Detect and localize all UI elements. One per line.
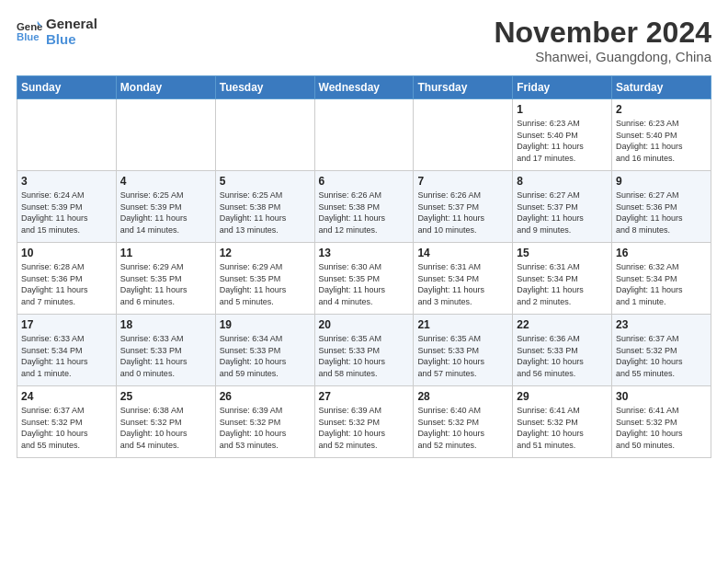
day-info: Sunrise: 6:28 AM Sunset: 5:36 PM Dayligh… xyxy=(21,261,112,307)
day-number: 10 xyxy=(21,247,112,259)
calendar-week-row: 17Sunrise: 6:33 AM Sunset: 5:34 PM Dayli… xyxy=(17,315,711,386)
day-number: 13 xyxy=(319,247,410,259)
day-number: 16 xyxy=(616,247,707,259)
day-info: Sunrise: 6:31 AM Sunset: 5:34 PM Dayligh… xyxy=(517,261,608,307)
calendar-week-row: 10Sunrise: 6:28 AM Sunset: 5:36 PM Dayli… xyxy=(17,243,711,315)
day-info: Sunrise: 6:36 AM Sunset: 5:33 PM Dayligh… xyxy=(517,333,608,379)
calendar-cell: 19Sunrise: 6:34 AM Sunset: 5:33 PM Dayli… xyxy=(215,315,314,386)
day-number: 30 xyxy=(616,390,707,403)
day-number: 29 xyxy=(517,390,608,403)
calendar-cell: 29Sunrise: 6:41 AM Sunset: 5:32 PM Dayli… xyxy=(513,386,612,458)
day-number: 1 xyxy=(517,103,608,116)
weekday-header: Monday xyxy=(116,76,215,99)
day-number: 22 xyxy=(517,318,608,331)
day-info: Sunrise: 6:26 AM Sunset: 5:37 PM Dayligh… xyxy=(417,190,508,236)
weekday-header: Tuesday xyxy=(215,76,314,99)
calendar-cell: 4Sunrise: 6:25 AM Sunset: 5:39 PM Daylig… xyxy=(116,171,215,243)
day-number: 12 xyxy=(220,247,311,259)
calendar-cell: 9Sunrise: 6:27 AM Sunset: 5:36 PM Daylig… xyxy=(612,171,711,243)
calendar-cell xyxy=(17,99,117,171)
day-info: Sunrise: 6:25 AM Sunset: 5:39 PM Dayligh… xyxy=(120,190,211,236)
day-info: Sunrise: 6:29 AM Sunset: 5:35 PM Dayligh… xyxy=(120,261,211,307)
day-number: 11 xyxy=(120,247,211,259)
calendar-cell: 17Sunrise: 6:33 AM Sunset: 5:34 PM Dayli… xyxy=(17,315,117,386)
weekday-header: Thursday xyxy=(414,76,513,99)
day-number: 18 xyxy=(120,318,211,331)
calendar-cell: 10Sunrise: 6:28 AM Sunset: 5:36 PM Dayli… xyxy=(17,243,117,315)
calendar-cell: 15Sunrise: 6:31 AM Sunset: 5:34 PM Dayli… xyxy=(513,243,612,315)
logo: General Blue General Blue xyxy=(17,17,97,47)
day-number: 24 xyxy=(21,390,112,403)
day-number: 15 xyxy=(517,247,608,259)
calendar-cell: 21Sunrise: 6:35 AM Sunset: 5:33 PM Dayli… xyxy=(414,315,513,386)
day-info: Sunrise: 6:27 AM Sunset: 5:36 PM Dayligh… xyxy=(616,190,707,236)
day-info: Sunrise: 6:38 AM Sunset: 5:32 PM Dayligh… xyxy=(120,405,211,451)
day-info: Sunrise: 6:32 AM Sunset: 5:34 PM Dayligh… xyxy=(616,261,707,307)
weekday-header: Sunday xyxy=(17,76,117,99)
day-info: Sunrise: 6:39 AM Sunset: 5:32 PM Dayligh… xyxy=(319,405,410,451)
day-info: Sunrise: 6:29 AM Sunset: 5:35 PM Dayligh… xyxy=(220,261,311,307)
day-info: Sunrise: 6:33 AM Sunset: 5:33 PM Dayligh… xyxy=(120,333,211,379)
day-info: Sunrise: 6:40 AM Sunset: 5:32 PM Dayligh… xyxy=(417,405,508,451)
logo-icon: General Blue xyxy=(17,19,42,45)
svg-text:Blue: Blue xyxy=(17,30,40,41)
day-number: 23 xyxy=(616,318,707,331)
day-number: 4 xyxy=(120,175,211,188)
day-info: Sunrise: 6:23 AM Sunset: 5:40 PM Dayligh… xyxy=(517,118,608,164)
calendar-cell: 27Sunrise: 6:39 AM Sunset: 5:32 PM Dayli… xyxy=(314,386,414,458)
header: General Blue General Blue November 2024 … xyxy=(17,17,711,64)
calendar-cell: 7Sunrise: 6:26 AM Sunset: 5:37 PM Daylig… xyxy=(414,171,513,243)
day-info: Sunrise: 6:30 AM Sunset: 5:35 PM Dayligh… xyxy=(319,261,410,307)
day-info: Sunrise: 6:35 AM Sunset: 5:33 PM Dayligh… xyxy=(417,333,508,379)
day-number: 8 xyxy=(517,175,608,188)
calendar-cell xyxy=(314,99,414,171)
weekday-header: Friday xyxy=(513,76,612,99)
day-info: Sunrise: 6:33 AM Sunset: 5:34 PM Dayligh… xyxy=(21,333,112,379)
calendar-week-row: 3Sunrise: 6:24 AM Sunset: 5:39 PM Daylig… xyxy=(17,171,711,243)
day-number: 25 xyxy=(120,390,211,403)
day-info: Sunrise: 6:25 AM Sunset: 5:38 PM Dayligh… xyxy=(220,190,311,236)
logo-blue: Blue xyxy=(46,32,97,48)
calendar-cell: 22Sunrise: 6:36 AM Sunset: 5:33 PM Dayli… xyxy=(513,315,612,386)
calendar-cell xyxy=(215,99,314,171)
weekday-header: Wednesday xyxy=(314,76,414,99)
day-number: 5 xyxy=(220,175,311,188)
calendar-cell: 14Sunrise: 6:31 AM Sunset: 5:34 PM Dayli… xyxy=(414,243,513,315)
day-number: 19 xyxy=(220,318,311,331)
calendar-body: 1Sunrise: 6:23 AM Sunset: 5:40 PM Daylig… xyxy=(17,99,711,458)
day-number: 14 xyxy=(417,247,508,259)
calendar-week-row: 1Sunrise: 6:23 AM Sunset: 5:40 PM Daylig… xyxy=(17,99,711,171)
location: Shanwei, Guangdong, China xyxy=(494,49,711,64)
day-info: Sunrise: 6:35 AM Sunset: 5:33 PM Dayligh… xyxy=(319,333,410,379)
weekday-header: Saturday xyxy=(612,76,711,99)
day-number: 20 xyxy=(319,318,410,331)
month-title: November 2024 xyxy=(494,17,711,49)
calendar-header: SundayMondayTuesdayWednesdayThursdayFrid… xyxy=(17,76,711,99)
day-info: Sunrise: 6:23 AM Sunset: 5:40 PM Dayligh… xyxy=(616,118,707,164)
weekday-row: SundayMondayTuesdayWednesdayThursdayFrid… xyxy=(17,76,711,99)
day-info: Sunrise: 6:24 AM Sunset: 5:39 PM Dayligh… xyxy=(21,190,112,236)
day-number: 21 xyxy=(417,318,508,331)
calendar-cell: 6Sunrise: 6:26 AM Sunset: 5:38 PM Daylig… xyxy=(314,171,414,243)
calendar-cell: 25Sunrise: 6:38 AM Sunset: 5:32 PM Dayli… xyxy=(116,386,215,458)
calendar-cell: 23Sunrise: 6:37 AM Sunset: 5:32 PM Dayli… xyxy=(612,315,711,386)
day-info: Sunrise: 6:27 AM Sunset: 5:37 PM Dayligh… xyxy=(517,190,608,236)
day-info: Sunrise: 6:41 AM Sunset: 5:32 PM Dayligh… xyxy=(517,405,608,451)
calendar-cell: 18Sunrise: 6:33 AM Sunset: 5:33 PM Dayli… xyxy=(116,315,215,386)
calendar-cell: 5Sunrise: 6:25 AM Sunset: 5:38 PM Daylig… xyxy=(215,171,314,243)
calendar-cell xyxy=(116,99,215,171)
day-info: Sunrise: 6:37 AM Sunset: 5:32 PM Dayligh… xyxy=(21,405,112,451)
day-number: 6 xyxy=(319,175,410,188)
calendar-cell: 30Sunrise: 6:41 AM Sunset: 5:32 PM Dayli… xyxy=(612,386,711,458)
calendar-table: SundayMondayTuesdayWednesdayThursdayFrid… xyxy=(17,75,711,458)
day-info: Sunrise: 6:37 AM Sunset: 5:32 PM Dayligh… xyxy=(616,333,707,379)
calendar-cell: 2Sunrise: 6:23 AM Sunset: 5:40 PM Daylig… xyxy=(612,99,711,171)
calendar-cell: 3Sunrise: 6:24 AM Sunset: 5:39 PM Daylig… xyxy=(17,171,117,243)
day-number: 26 xyxy=(220,390,311,403)
day-number: 3 xyxy=(21,175,112,188)
calendar-cell: 11Sunrise: 6:29 AM Sunset: 5:35 PM Dayli… xyxy=(116,243,215,315)
day-number: 7 xyxy=(417,175,508,188)
day-number: 2 xyxy=(616,103,707,116)
title-block: November 2024 Shanwei, Guangdong, China xyxy=(494,17,711,64)
calendar-cell: 20Sunrise: 6:35 AM Sunset: 5:33 PM Dayli… xyxy=(314,315,414,386)
